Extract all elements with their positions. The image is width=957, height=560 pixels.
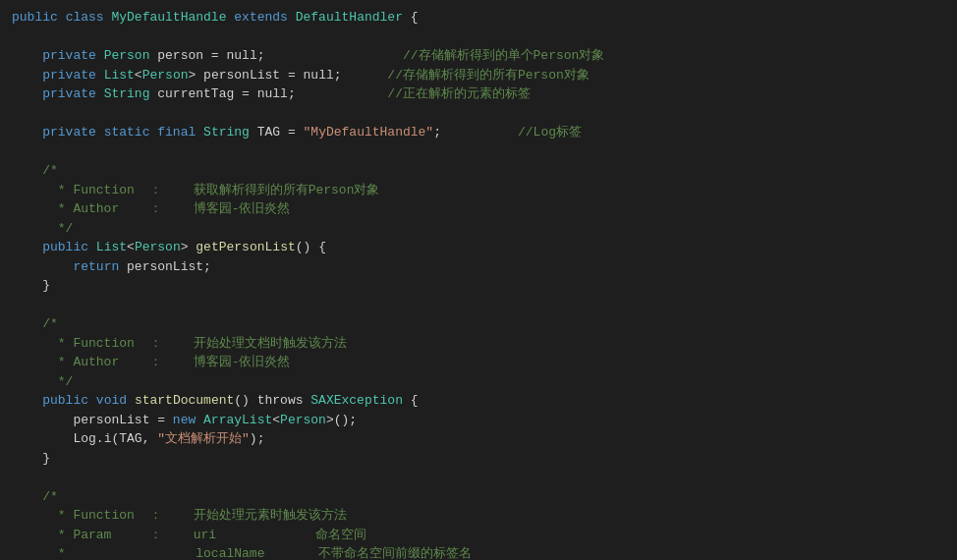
line-comment3-param1: * Param ： uri 命名空间 — [12, 526, 945, 545]
line-comment2-close: */ — [12, 372, 945, 392]
line-comment2-open: /* — [12, 314, 945, 334]
line-comment3-open: /* — [12, 487, 945, 507]
line-comment1-close: */ — [12, 219, 945, 239]
line-blank3 — [12, 142, 945, 162]
code-editor: public class MyDefaultHandle extends Def… — [0, 0, 957, 560]
line-method-getlist-close: } — [12, 276, 945, 296]
line-field-list: private List<Person> personList = null; … — [12, 66, 945, 85]
line-field-tag: private static final String TAG = "MyDef… — [12, 123, 945, 142]
line-field-person: private Person person = null; //存储解析得到的单… — [12, 46, 945, 66]
line-comment3-function: * Function ： 开始处理元素时触发该方法 — [12, 506, 945, 526]
line-blank2 — [12, 104, 945, 124]
line-method-startdoc-body1: personList = new ArrayList<Person>(); — [12, 411, 945, 430]
line-blank — [12, 28, 945, 47]
line-method-getlist-return: return personList; — [12, 257, 945, 277]
line-comment2-function: * Function ： 开始处理文档时触发该方法 — [12, 334, 945, 354]
line-blank5 — [12, 468, 945, 487]
line-method-startdoc-sig: public void startDocument() throws SAXEx… — [12, 391, 945, 411]
line-comment3-param2: * localName 不带命名空间前缀的标签名 — [12, 544, 945, 560]
line-field-string: private String currentTag = null; //正在解析… — [12, 84, 945, 104]
line-method-startdoc-body2: Log.i(TAG, "文档解析开始"); — [12, 429, 945, 449]
line-comment1-author: * Author ： 博客园-依旧炎然 — [12, 199, 945, 219]
line-blank4 — [12, 296, 945, 315]
line-comment1-function: * Function ： 获取解析得到的所有Person对象 — [12, 181, 945, 200]
line-method-getlist-sig: public List<Person> getPersonList() { — [12, 238, 945, 257]
line-comment1-open: /* — [12, 161, 945, 181]
line-method-startdoc-close: } — [12, 449, 945, 469]
line-class-declaration: public class MyDefaultHandle extends Def… — [12, 8, 945, 28]
line-comment2-author: * Author ： 博客园-依旧炎然 — [12, 353, 945, 372]
